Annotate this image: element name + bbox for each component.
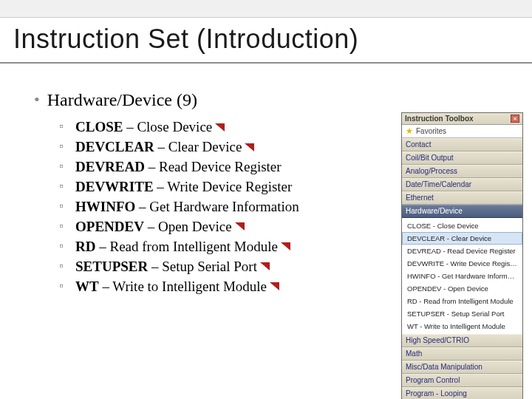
- command-desc: – Clear Device: [154, 139, 242, 154]
- toolbox-category[interactable]: Misc/Data Manipulation: [402, 361, 522, 374]
- toolbox-favorites-row[interactable]: ★ Favorites: [402, 125, 522, 138]
- toolbox-category[interactable]: Ethernet: [402, 191, 522, 205]
- toolbox-item[interactable]: WT - Write to Intelligent Module: [402, 320, 522, 332]
- command-name: OPENDEV: [75, 219, 144, 234]
- toolbox-item[interactable]: DEVWRITE - Write Device Register: [402, 257, 522, 270]
- toolbox-category[interactable]: Math: [402, 347, 522, 361]
- command-desc: – Write Device Register: [154, 179, 293, 194]
- section-row: • Hardware/Device (9): [34, 90, 532, 110]
- command-desc: – Read from Intelligent Module: [95, 239, 277, 254]
- toolbox-item[interactable]: DEVREAD - Read Device Register: [402, 245, 522, 257]
- section-heading: Hardware/Device (9): [47, 90, 197, 110]
- close-icon[interactable]: ×: [511, 115, 519, 123]
- command-name: CLOSE: [75, 119, 123, 134]
- command-desc: – Get Hardware Information: [135, 199, 299, 214]
- command-desc: – Close Device: [123, 119, 212, 134]
- command-name: RD: [75, 239, 95, 254]
- toolbox-item[interactable]: OPENDEV - Open Device: [402, 282, 522, 295]
- toolbox-favorites-label: Favorites: [416, 127, 446, 135]
- toolbox-category[interactable]: Program Control: [402, 374, 522, 387]
- bullet-dot-icon: •: [34, 92, 40, 108]
- toolbox-categories-bottom: High Speed/CTRIOMathMisc/Data Manipulati…: [402, 334, 522, 399]
- toolbox-active-items: CLOSE - Close DeviceDEVCLEAR - Clear Dev…: [402, 218, 522, 334]
- flag-icon: [235, 222, 245, 231]
- toolbox-category[interactable]: Program - Looping: [402, 387, 522, 399]
- flag-icon: [215, 123, 225, 132]
- toolbox-category-active[interactable]: Hardware/Device: [402, 205, 522, 218]
- command-name: SETUPSER: [75, 259, 148, 274]
- page-title: Instruction Set (Introduction): [13, 24, 519, 55]
- toolbox-item[interactable]: HWINFO - Get Hardware Information: [402, 270, 522, 282]
- command-name: HWINFO: [75, 199, 135, 214]
- command-desc: – Read Device Register: [145, 159, 282, 174]
- toolbox-item[interactable]: RD - Read from Intelligent Module: [402, 295, 522, 307]
- command-name: DEVCLEAR: [75, 139, 154, 154]
- instruction-toolbox-panel: Instruction Toolbox × ★ Favorites Contac…: [401, 112, 523, 399]
- command-name: DEVWRITE: [75, 179, 154, 194]
- toolbox-category[interactable]: Coil/Bit Output: [402, 151, 522, 165]
- toolbox-categories-top: ContactCoil/Bit OutputAnalog/ProcessDate…: [402, 138, 522, 205]
- flag-icon: [260, 262, 270, 271]
- command-desc: – Setup Serial Port: [148, 259, 257, 274]
- flag-icon: [270, 282, 280, 291]
- flag-icon: [281, 242, 291, 251]
- toolbox-category[interactable]: Contact: [402, 138, 522, 151]
- toolbox-item[interactable]: CLOSE - Close Device: [402, 219, 522, 232]
- toolbox-item[interactable]: DEVCLEAR - Clear Device: [402, 232, 522, 245]
- toolbox-titlebar: Instruction Toolbox ×: [402, 113, 522, 125]
- toolbox-category[interactable]: Analog/Process: [402, 165, 522, 178]
- command-name: WT: [75, 279, 99, 294]
- command-desc: – Write to Intelligent Module: [99, 279, 267, 294]
- toolbox-title-text: Instruction Toolbox: [405, 115, 474, 123]
- command-name: DEVREAD: [75, 159, 145, 174]
- slide-top-bar: [0, 0, 532, 18]
- command-desc: – Open Device: [144, 219, 232, 234]
- flag-icon: [245, 143, 255, 152]
- star-icon: ★: [406, 126, 413, 136]
- title-container: Instruction Set (Introduction): [0, 18, 532, 64]
- toolbox-category[interactable]: High Speed/CTRIO: [402, 334, 522, 347]
- toolbox-item[interactable]: SETUPSER - Setup Serial Port: [402, 307, 522, 320]
- toolbox-category[interactable]: Date/Time/Calendar: [402, 178, 522, 191]
